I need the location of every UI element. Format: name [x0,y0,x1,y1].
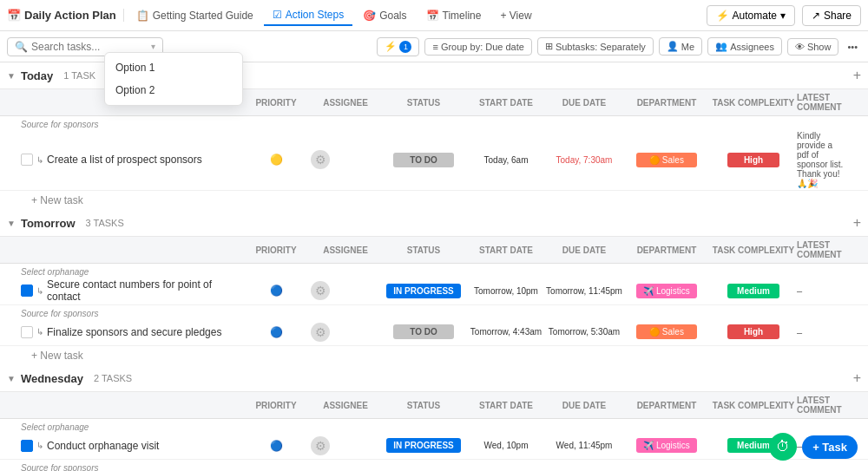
subtasks-icon: ⊞ [545,41,553,52]
priority-flag: 🟡 [270,154,283,166]
assignee-avatar: ⚙ [311,323,330,342]
people-icon: 👥 [715,41,727,52]
group-wednesday-title: Wednesday [21,372,83,385]
automate-icon: ⚡ [716,10,729,22]
dept-badge: ✈️ Logistics [636,284,697,298]
status-badge: IN PROGRESS [386,438,460,453]
tab-icon: 🎯 [363,10,376,22]
dropdown-item[interactable]: Option 2 [105,79,242,101]
table-row: ↳ Secure contact numbers for point of co… [0,277,868,305]
dropdown-item[interactable]: Option 1 [105,56,242,79]
tab-icon: ☑ [273,9,282,21]
subtasks-button[interactable]: ⊞ Subtasks: Separately [537,37,654,56]
section-label: Select orphanage [0,419,868,432]
assignees-button[interactable]: 👥 Assignees [707,37,782,56]
dept-badge: 🟠 Sales [636,153,697,167]
me-button[interactable]: 👤 Me [659,37,702,56]
header-right: ⚡ Automate ▾ ↗ Share [707,5,861,26]
app-logo: 📅 Daily Action Plan [7,9,124,22]
new-task-row[interactable]: + New task [0,191,868,210]
table-row: ↳ Finalize sponsors and secure pledges 🔵… [0,318,868,346]
complexity-badge: High [727,153,779,167]
task-checkbox[interactable] [21,154,33,166]
task-checkbox[interactable] [21,285,33,297]
tab-action-steps[interactable]: ☑ Action Steps [264,5,352,26]
group-today-count: 1 TASK [63,70,95,81]
group-tomorrow-header: ▼ Tomorrow 3 TASKS + [0,210,868,237]
app-root: 📅 Daily Action Plan 📋 Getting Started Gu… [0,0,868,471]
header: 📅 Daily Action Plan 📋 Getting Started Gu… [0,0,868,31]
assignee-avatar: ⚙ [311,281,330,300]
more-options-button[interactable]: ••• [844,42,861,52]
section-label: Source for sponsors [0,116,868,129]
group-tomorrow-title: Tomorrow [21,217,76,230]
share-button[interactable]: ↗ Share [802,5,861,26]
group-add-icon[interactable]: + [853,215,861,231]
person-icon: 👤 [667,41,679,52]
tab-getting-started[interactable]: 📋 Getting Started Guide [128,6,262,25]
tab-timeline[interactable]: 📅 Timeline [418,6,490,25]
assignee-avatar: ⚙ [311,436,330,455]
add-task-button[interactable]: + Task [802,435,858,459]
table-row: ↳ Create a list of prospect sponsors 🟡 ⚙… [0,129,868,191]
group-icon: ≡ [432,42,437,52]
col-headers: PRIORITY ASSIGNEE STATUS START DATE DUE … [0,237,868,264]
table-row: ↳ Conduct orphanage visit 🔵 ⚙ IN PROGRES… [0,432,868,460]
timer-icon: ⏱ [776,439,790,455]
toolbar-filters: ⚡ 1 ≡ Group by: Due date ⊞ Subtasks: Sep… [377,37,861,56]
automate-button[interactable]: ⚡ Automate ▾ [707,5,795,26]
section-label: Source for sponsors [0,305,868,318]
dept-badge: 🟠 Sales [636,324,697,339]
share-icon: ↗ [812,10,820,22]
task-checkbox[interactable] [21,440,33,452]
group-wednesday-count: 2 TASKS [94,373,132,383]
toggle-icon[interactable]: ▼ [7,374,16,383]
subtask-icon: ↳ [36,327,43,337]
group-by-button[interactable]: ≡ Group by: Due date [424,38,531,56]
section-label: Source for sponsors [0,460,868,471]
app-title: Daily Action Plan [24,9,116,22]
main-content: ▼ Today 1 TASK + PRIORITY ASSIGNEE STATU… [0,62,868,471]
task-checkbox[interactable] [21,326,33,338]
fab-area: ⏱ + Task [769,433,858,461]
group-wednesday-header: ▼ Wednesday 2 TASKS + [0,365,868,392]
status-badge: TO DO [393,324,454,339]
toggle-icon[interactable]: ▼ [7,219,16,228]
col-headers: PRIORITY ASSIGNEE STATUS START DATE DUE … [0,392,868,419]
status-badge: IN PROGRESS [386,284,460,298]
section-label: Select orphanage [0,264,868,277]
subtask-icon: ↳ [36,155,43,165]
search-input[interactable] [31,41,148,53]
timer-button[interactable]: ⏱ [769,433,797,461]
group-tomorrow-count: 3 TASKS [86,218,124,228]
tab-icon: 📅 [426,10,439,22]
task-name: Conduct orphanage visit [47,440,159,452]
tab-icon: 📋 [136,10,149,22]
dept-badge: ✈️ Logistics [636,438,697,453]
group-add-icon[interactable]: + [853,68,861,83]
dropdown-overlay: Option 1 Option 2 [104,52,243,106]
subtask-icon: ↳ [36,441,43,450]
subtask-icon: ↳ [36,286,43,296]
search-icon: 🔍 [15,41,28,53]
add-view-button[interactable]: + View [491,6,540,25]
header-tabs: 📋 Getting Started Guide ☑ Action Steps 🎯… [128,5,541,26]
show-button[interactable]: 👁 Show [787,38,839,56]
new-task-row[interactable]: + New task [0,346,868,365]
group-add-icon[interactable]: + [853,370,861,386]
group-today-title: Today [21,69,53,82]
assignee-avatar: ⚙ [311,150,330,169]
chevron-down-icon: ▾ [780,10,786,22]
calendar-icon: 📅 [7,9,21,22]
filter-button[interactable]: ⚡ 1 [377,37,419,56]
group-tomorrow: ▼ Tomorrow 3 TASKS + PRIORITY ASSIGNEE S… [0,210,868,365]
eye-icon: 👁 [795,42,805,52]
task-name: Create a list of prospect sponsors [47,154,202,166]
group-wednesday: ▼ Wednesday 2 TASKS + PRIORITY ASSIGNEE … [0,365,868,471]
task-name: Secure contact numbers for point of cont… [47,278,241,303]
status-badge: TO DO [393,153,454,167]
tab-goals[interactable]: 🎯 Goals [354,6,415,25]
complexity-badge: Medium [727,284,779,298]
toggle-icon[interactable]: ▼ [7,71,16,81]
complexity-badge: High [727,324,779,339]
